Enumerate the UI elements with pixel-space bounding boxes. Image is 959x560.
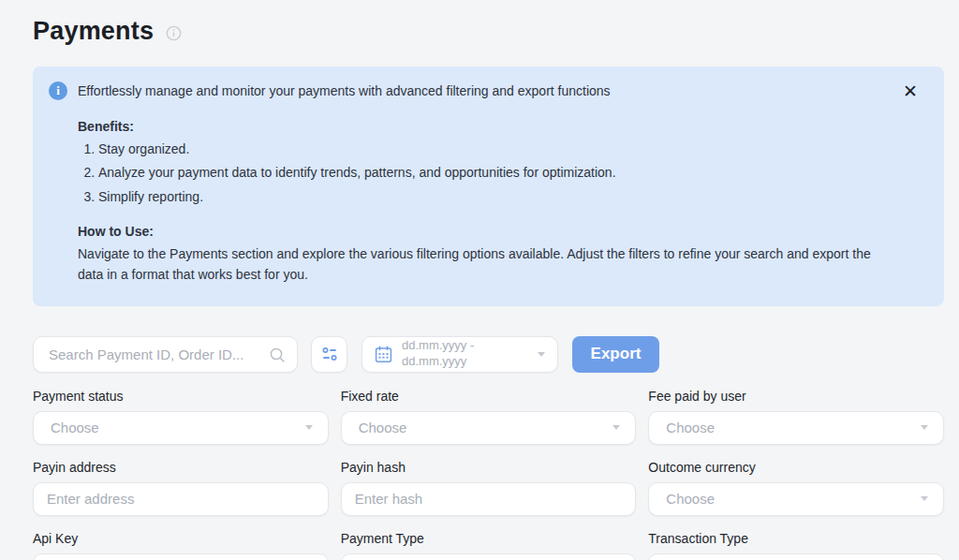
search-box: [33, 336, 298, 373]
api-key-select[interactable]: Choose: [33, 553, 329, 560]
search-input[interactable]: [34, 337, 297, 372]
transaction-type-select[interactable]: Choose: [648, 553, 944, 560]
field-label: Transaction Type: [648, 531, 944, 546]
payments-page: Payments ✕ i Effortlessly manage and mon…: [0, 0, 959, 560]
outcome-currency-select[interactable]: Choose: [648, 482, 944, 516]
field-label: Payment status: [33, 389, 329, 404]
page-header: Payments: [33, 17, 944, 46]
chevron-down-icon: [921, 425, 928, 430]
field-label: Outcome currency: [648, 460, 944, 475]
calendar-icon: [375, 346, 392, 363]
fixed-rate-select[interactable]: Choose: [341, 411, 637, 445]
field-api-key: Api Key Choose: [33, 531, 329, 560]
benefits-list: Stay organized. Analyze your payment dat…: [78, 140, 888, 207]
how-to-use-heading: How to Use:: [78, 224, 888, 239]
field-label: Payin address: [33, 460, 329, 475]
field-outcome-currency: Outcome currency Choose: [648, 460, 944, 516]
field-label: Api Key: [33, 531, 329, 546]
chevron-down-icon: [612, 425, 620, 430]
chevron-down-icon: [305, 425, 313, 430]
field-label: Payin hash: [341, 460, 637, 475]
benefits-heading: Benefits:: [78, 119, 888, 134]
field-fixed-rate: Fixed rate Choose: [341, 389, 637, 445]
info-banner: ✕ i Effortlessly manage and monitor your…: [33, 66, 944, 306]
benefit-item: Analyze your payment data to identify tr…: [98, 164, 888, 183]
filter-toggle-button[interactable]: [311, 336, 347, 373]
close-icon: ✕: [903, 81, 918, 101]
payin-address-input[interactable]: [33, 482, 329, 516]
banner-intro-text: Effortlessly manage and monitor your pay…: [78, 81, 888, 101]
date-range-value: dd.mm.yyyy - dd.mm.yyyy: [402, 338, 528, 370]
toolbar: dd.mm.yyyy - dd.mm.yyyy Export: [33, 336, 944, 373]
chevron-down-icon: [921, 496, 928, 501]
payment-type-select[interactable]: Choose: [341, 553, 637, 560]
benefit-item: Stay organized.: [98, 140, 888, 159]
filters-grid: Payment status Choose Fixed rate Choose …: [33, 389, 944, 560]
field-transaction-type: Transaction Type Choose: [648, 531, 944, 560]
sliders-icon: [320, 345, 339, 363]
field-label: Payment Type: [341, 531, 637, 546]
info-icon: [166, 25, 182, 41]
field-payment-status: Payment status Choose: [33, 389, 329, 445]
field-payin-hash: Payin hash: [341, 460, 637, 516]
fee-paid-by-user-select[interactable]: Choose: [648, 411, 944, 445]
field-payment-type: Payment Type Choose: [341, 531, 637, 560]
benefit-item: Simplify reporting.: [98, 188, 888, 207]
page-title: Payments: [33, 17, 154, 46]
date-range-picker[interactable]: dd.mm.yyyy - dd.mm.yyyy: [361, 336, 558, 373]
field-label: Fee paid by user: [648, 389, 944, 404]
banner-close-button[interactable]: ✕: [899, 79, 922, 104]
info-circle-icon: i: [49, 81, 67, 100]
chevron-down-icon: [538, 352, 545, 357]
field-fee-paid-by-user: Fee paid by user Choose: [648, 389, 944, 445]
field-label: Fixed rate: [341, 389, 637, 404]
payment-status-select[interactable]: Choose: [33, 411, 329, 445]
search-icon: [269, 346, 286, 363]
field-payin-address: Payin address: [33, 460, 329, 516]
export-button[interactable]: Export: [572, 336, 659, 373]
payin-hash-input[interactable]: [341, 482, 637, 516]
how-to-use-text: Navigate to the Payments section and exp…: [78, 244, 888, 285]
